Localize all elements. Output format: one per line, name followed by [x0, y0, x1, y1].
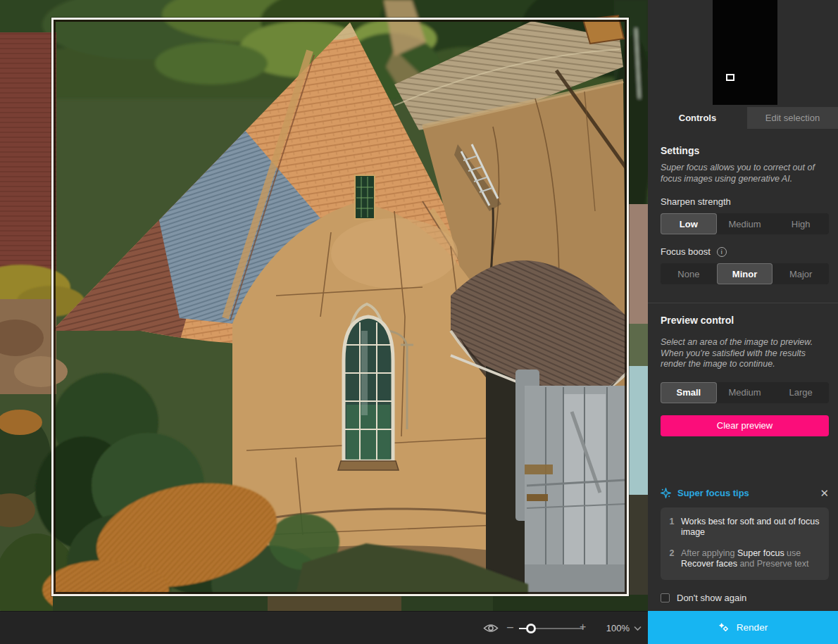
minimap-viewport[interactable] — [726, 74, 734, 81]
preview-selection-box[interactable] — [51, 18, 629, 596]
close-icon[interactable]: ✕ — [820, 488, 829, 498]
chevron-down-icon[interactable] — [634, 626, 642, 631]
zoom-slider-handle[interactable] — [526, 624, 536, 633]
preview-size-large[interactable]: Large — [773, 382, 829, 403]
minimap-area — [648, 0, 838, 106]
tip-number: 2 — [668, 548, 676, 570]
tip-text: Works best for soft and out of focus ima… — [681, 517, 820, 538]
preview-control-heading: Preview control — [661, 315, 829, 326]
tab-edit-selection[interactable]: Edit selection — [747, 107, 838, 129]
focus-boost-control: None Minor Major — [661, 263, 829, 284]
preview-size-small[interactable]: Small — [661, 382, 717, 403]
tab-controls[interactable]: Controls — [648, 107, 747, 129]
preview-control-description: Select an area of the image to preview. … — [661, 337, 829, 370]
zoom-level-value[interactable]: 100% — [597, 623, 630, 633]
zoom-out-icon[interactable]: – — [507, 620, 513, 634]
tip-text-segment: After applying — [681, 548, 737, 558]
focus-boost-option-minor[interactable]: Minor — [717, 263, 773, 284]
zoom-in-icon[interactable]: + — [580, 620, 586, 634]
focus-boost-option-none[interactable]: None — [661, 263, 717, 284]
sharpen-option-low[interactable]: Low — [661, 213, 717, 234]
sharpen-strength-label: Sharpen strength — [661, 196, 829, 207]
tip-text-segment: Super focus — [737, 548, 784, 558]
tips-title: Super focus tips — [677, 488, 749, 498]
tip-text-segment: Preserve text — [757, 559, 809, 569]
sparkle-icon — [661, 488, 671, 498]
render-sparkle-icon — [718, 621, 730, 633]
sharpen-option-medium[interactable]: Medium — [717, 213, 773, 234]
dont-show-again-row: Don't show again — [661, 593, 829, 603]
dont-show-again-label: Don't show again — [677, 593, 746, 603]
settings-description: Super focus allows you to correct out of… — [661, 163, 829, 184]
settings-heading: Settings — [661, 145, 829, 156]
right-panel: Controls Edit selection Settings Super f… — [648, 0, 838, 644]
preview-size-control: Small Medium Large — [661, 382, 829, 403]
canvas-toolbar: – + 100% — [0, 611, 648, 644]
render-button-label: Render — [737, 622, 768, 633]
tips-header: Super focus tips ✕ — [661, 488, 829, 498]
preview-eye-icon[interactable] — [483, 623, 499, 633]
tip-text-segment: Recover faces — [681, 559, 737, 569]
tip-number: 1 — [668, 517, 676, 538]
tip-item-1: 1 Works best for soft and out of focus i… — [668, 517, 820, 538]
focus-boost-option-major[interactable]: Major — [773, 263, 829, 284]
focus-boost-label-text: Focus boost — [661, 246, 711, 257]
dont-show-again-checkbox[interactable] — [661, 593, 670, 602]
minimap[interactable] — [713, 0, 777, 105]
section-divider — [648, 303, 838, 303]
clear-preview-button[interactable]: Clear preview — [661, 415, 829, 436]
image-canvas[interactable]: – + 100% — [0, 0, 648, 644]
tip-text-segment: use — [784, 548, 801, 558]
tip-text-segment: and — [737, 559, 757, 569]
tip-item-2: 2 After applying Super focus use Recover… — [668, 548, 820, 570]
panel-tabs: Controls Edit selection — [648, 107, 838, 129]
tips-card: 1 Works best for soft and out of focus i… — [661, 507, 829, 580]
sharpen-option-high[interactable]: High — [773, 213, 829, 234]
render-button[interactable]: Render — [648, 611, 838, 644]
focus-boost-label: Focus boost i — [661, 246, 829, 257]
sharpen-strength-control: Low Medium High — [661, 213, 829, 234]
tip-text: After applying Super focus use Recover f… — [681, 548, 820, 570]
preview-size-medium[interactable]: Medium — [717, 382, 773, 403]
info-icon[interactable]: i — [717, 247, 727, 257]
